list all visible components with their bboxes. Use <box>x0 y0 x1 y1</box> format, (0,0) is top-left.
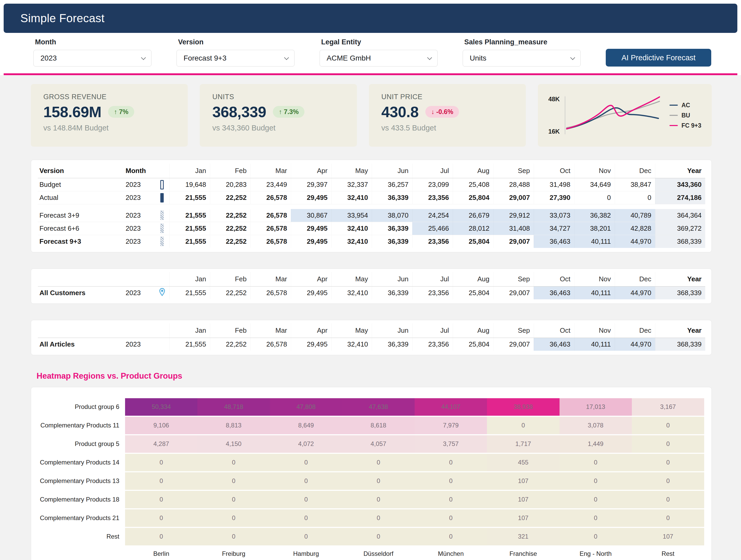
heatmap-column-label: Franchise <box>487 546 559 557</box>
column-header-jan: Jan <box>170 323 210 338</box>
filter-version-label: Version <box>178 38 294 46</box>
month-select[interactable]: 2023 <box>33 50 151 67</box>
heatmap-cell: 0 <box>632 454 704 471</box>
heatmap-cell: 4,287 <box>125 435 197 453</box>
column-header-apr: Apr <box>291 272 331 287</box>
value-cell: 22,252 <box>210 222 250 235</box>
heatmap-cell: 47,638 <box>342 398 415 416</box>
kpi-label: UNIT PRICE <box>382 93 513 101</box>
heatmap-cell: 0 <box>415 472 487 490</box>
measure-select-value: Units <box>470 54 486 62</box>
value-cell: 32,410 <box>331 286 372 299</box>
legend-label: AC <box>681 102 690 109</box>
column-header-dec: Dec <box>615 323 655 338</box>
heatmap-cell: 0 <box>125 472 197 490</box>
value-cell: 36,339 <box>372 191 412 204</box>
value-cell: 32,410 <box>331 222 372 235</box>
version-select[interactable]: Forecast 9+3 <box>177 50 294 67</box>
value-cell: 25,804 <box>453 191 493 204</box>
measure-select[interactable]: Units <box>463 50 581 67</box>
value-cell: 23,356 <box>412 338 453 351</box>
value-cell: 36,463 <box>534 235 574 248</box>
version-label: Forecast 3+9 <box>38 209 124 222</box>
kpi-delta-badge: ↑ 7.3% <box>273 106 304 118</box>
chevron-down-icon <box>427 55 432 60</box>
filter-bar: Month 2023 Version Forecast 9+3 Legal En… <box>4 33 737 75</box>
version-marker-outline-icon <box>160 180 164 189</box>
value-cell: 29,495 <box>291 338 331 351</box>
month-select-value: 2023 <box>41 54 57 62</box>
articles-table: JanFebMarAprMayJunJulAugSepOctNovDecYear… <box>38 323 705 351</box>
heatmap-row-label: Product group 6 <box>39 398 125 416</box>
heatmap-cell: 8,618 <box>342 417 415 434</box>
heatmap-cell: 0 <box>270 509 342 527</box>
heatmap-cell: 7,979 <box>415 417 487 434</box>
column-header-nov: Nov <box>574 323 615 338</box>
legend-line-swatch <box>669 125 678 126</box>
version-table-card: VersionMonthJanFebMarAprMayJunJulAugSepO… <box>31 160 712 252</box>
customers-table-card: JanFebMarAprMayJunJulAugSepOctNovDecYear… <box>31 268 712 304</box>
kpi-subtitle: vs 148.84M Budget <box>43 124 175 132</box>
column-header-oct: Oct <box>534 323 574 338</box>
value-cell: 36,382 <box>574 209 615 222</box>
column-header-may: May <box>331 164 372 178</box>
heatmap-cell: 0 <box>270 491 342 508</box>
heatmap-row: Product group 54,2874,1504,0724,0573,757… <box>39 435 704 453</box>
value-cell: 32,410 <box>331 235 372 248</box>
table-header-row: JanFebMarAprMayJunJulAugSepOctNovDecYear <box>38 323 705 338</box>
dashboard-content: GROSS REVENUE 158.69M ↑ 7% vs 148.84M Bu… <box>0 75 741 560</box>
sparkline-y-max: 48K <box>548 95 560 103</box>
version-label: Forecast 9+3 <box>38 235 124 248</box>
kpi-value: 158.69M <box>43 103 101 121</box>
heatmap-row: Complementary Products 140000045500 <box>39 454 704 471</box>
value-cell: 28,012 <box>453 222 493 235</box>
heatmap-card: Product group 650,33448,71847,80847,6384… <box>31 387 712 560</box>
version-label: Actual <box>38 191 124 204</box>
value-cell: 29,007 <box>493 235 534 248</box>
kpi-units-card: UNITS 368,339 ↑ 7.3% vs 343,360 Budget <box>200 84 357 147</box>
value-cell: 22,252 <box>210 209 250 222</box>
kpi-value: 368,339 <box>212 103 266 121</box>
version-select-value: Forecast 9+3 <box>184 54 226 62</box>
value-cell: 29,495 <box>291 222 331 235</box>
value-cell: 23,449 <box>250 178 291 191</box>
value-cell: 21,555 <box>170 191 210 204</box>
heatmap-cell: 321 <box>487 528 559 545</box>
column-header <box>155 272 170 287</box>
filter-measure-label: Sales Planning_measure <box>464 38 581 46</box>
heatmap-cell: 0 <box>197 454 270 471</box>
value-cell: 42,828 <box>615 222 655 235</box>
column-header-may: May <box>331 272 372 287</box>
ai-predictive-forecast-button[interactable]: AI Predictive Forecast <box>606 49 711 67</box>
value-cell: 22,252 <box>210 235 250 248</box>
legal-entity-select[interactable]: ACME GmbH <box>320 50 437 67</box>
year-cell: 364,364 <box>655 209 705 222</box>
column-header-version: Version <box>38 164 124 178</box>
heatmap-cell: 0 <box>125 528 197 545</box>
heatmap-cell: 3,167 <box>632 398 704 416</box>
value-cell: 29,397 <box>291 178 331 191</box>
table-header-row: JanFebMarAprMayJunJulAugSepOctNovDecYear <box>38 272 705 287</box>
table-spacer-row <box>38 204 705 209</box>
column-header-apr: Apr <box>291 164 331 178</box>
heatmap-cell: 0 <box>270 454 342 471</box>
kpi-gross-revenue-card: GROSS REVENUE 158.69M ↑ 7% vs 148.84M Bu… <box>31 84 188 147</box>
heatmap-cell: 107 <box>487 491 559 508</box>
heatmap-cell: 107 <box>487 509 559 527</box>
value-cell: 24,254 <box>412 209 453 222</box>
chevron-down-icon <box>141 55 146 60</box>
location-pin-icon[interactable] <box>158 288 166 297</box>
value-cell: 34,649 <box>574 178 615 191</box>
column-header-sep: Sep <box>493 164 534 178</box>
column-header <box>155 323 170 338</box>
heatmap-cell: 0 <box>197 509 270 527</box>
heatmap-row-label: Complementary Products 21 <box>39 509 125 527</box>
legend-label: BU <box>681 112 690 119</box>
heatmap-cell: 0 <box>415 454 487 471</box>
column-header-mar: Mar <box>250 323 291 338</box>
heatmap-cell: 0 <box>125 491 197 508</box>
value-cell: 40,111 <box>574 338 615 351</box>
value-cell: 27,390 <box>534 191 574 204</box>
heatmap-cell: 0 <box>559 509 632 527</box>
heatmap-column-label: Freiburg <box>197 546 270 557</box>
